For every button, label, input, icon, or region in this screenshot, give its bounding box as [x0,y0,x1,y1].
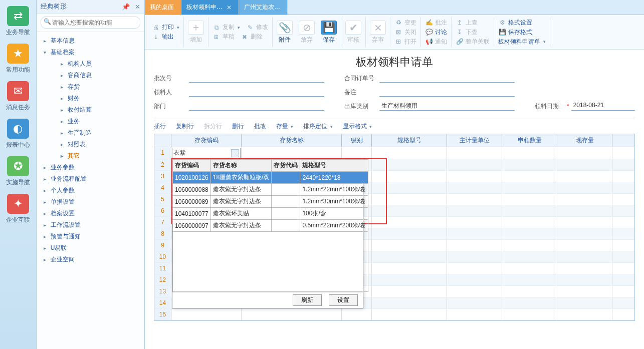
req-cell[interactable] [502,309,557,320]
copy-row-button[interactable]: 复制行 [176,122,194,131]
tree-child[interactable]: ▸业务 [43,116,142,127]
rail-item[interactable]: ✉消息任务 [3,81,33,112]
popup-col-name[interactable]: 存货名称 [210,160,272,172]
req-cell[interactable] [502,217,557,228]
tree-node[interactable]: ▸预警与通知 [43,231,142,242]
popup-settings-button[interactable]: 设置 [329,294,358,306]
tree-node[interactable]: ▸个人参数 [43,185,142,196]
locate-button[interactable]: 排序定位 ▾ [303,122,332,131]
rail-item[interactable]: ★常用功能 [3,44,33,74]
stock-cell[interactable] [557,274,612,285]
tree-node[interactable]: ▸U易联 [43,242,142,254]
lookup-icon[interactable]: ⋯ [231,149,239,157]
format-button[interactable]: ⚙格式设置 [498,19,546,27]
picker-field[interactable] [189,88,324,97]
tree-node[interactable]: ▸单据设置 [43,196,142,208]
notify-button[interactable]: 📢通知 [425,38,447,46]
popup-col-proxy[interactable]: 存货代码 [272,160,300,172]
code-cell[interactable] [171,309,242,320]
req-cell[interactable] [502,297,557,308]
contract-field[interactable] [379,74,515,83]
add-button[interactable]: ＋增加 [188,21,204,44]
stock-button[interactable]: 存量 ▾ [276,122,293,131]
unit-cell[interactable] [447,228,502,239]
level-cell[interactable] [342,147,372,159]
tree-child[interactable]: ▸财务 [43,93,142,104]
unit-cell[interactable] [447,263,502,274]
col-stock[interactable]: 现存量 [557,134,612,147]
col-unit[interactable]: 主计量单位 [447,134,502,147]
date-field[interactable]: 2018-08-21 [571,102,635,111]
annotate-button[interactable]: ✍批注 [425,19,447,27]
stock-cell[interactable] [557,147,612,159]
spec-cell[interactable] [372,194,447,205]
tab[interactable]: 广州艾迪农… [239,0,288,15]
stock-cell[interactable] [557,251,612,262]
level-cell[interactable] [342,309,372,320]
stock-cell[interactable] [557,217,612,228]
table-row[interactable]: 15 [154,309,634,320]
stock-cell[interactable] [557,228,612,239]
tree-node[interactable]: ▾基础档案 [43,47,142,58]
spec-cell[interactable] [372,171,447,182]
open-doc-button[interactable]: ⊞打开 [394,38,416,46]
spec-cell[interactable] [372,274,447,285]
spec-cell[interactable] [372,240,447,251]
pin-icon[interactable]: 📌 [122,3,130,11]
split-row-button[interactable]: 拆分行 [204,122,222,131]
revert-button[interactable]: ↧下查 [456,28,490,37]
rail-item[interactable]: ✪实施导航 [3,156,33,187]
save-button[interactable]: 💾保存 [321,21,337,44]
unit-cell[interactable] [447,286,502,297]
popup-refresh-button[interactable]: 刷新 [293,294,322,306]
unit-cell[interactable] [447,147,502,159]
draft-button[interactable]: 🗎草稿 [212,33,235,41]
tree-child[interactable]: ▸存货 [43,81,142,93]
tree-child[interactable]: ▸对照表 [43,139,142,150]
stock-cell[interactable] [557,194,612,205]
req-cell[interactable] [502,194,557,205]
req-cell[interactable] [502,159,557,170]
col-level[interactable]: 级别 [342,134,372,147]
output-button[interactable]: ⤓输出 [152,33,179,41]
tree-child[interactable]: ▸机构人员 [43,58,142,70]
popup-row[interactable]: 1060000089薰衣紫无字封边条1.2mm*30mm*100米/卷 [173,196,368,208]
col-req[interactable]: 申领数量 [502,134,557,147]
req-cell[interactable] [502,182,557,193]
stock-cell[interactable] [557,309,612,320]
spec-cell[interactable] [372,182,447,193]
print-button[interactable]: 🖨打印▾ [152,23,179,32]
audit-button[interactable]: ✔审核 [345,21,361,44]
modify-button[interactable]: ✎修改 [246,23,268,32]
stock-cell[interactable] [557,297,612,308]
unit-cell[interactable] [447,274,502,285]
stock-cell[interactable] [557,182,612,193]
submit-button[interactable]: ↥上查 [456,19,490,27]
stock-cell[interactable] [557,205,612,216]
insert-row-button[interactable]: 插行 [154,122,166,131]
req-cell[interactable] [502,286,557,297]
stock-cell[interactable] [557,159,612,170]
tree-child[interactable]: ▸生产制造 [43,127,142,139]
spec-cell[interactable] [372,147,447,159]
unit-cell[interactable] [447,194,502,205]
tab-close-icon[interactable]: ✕ [227,4,232,11]
unit-cell[interactable] [447,159,502,170]
rail-item[interactable]: ◐报表中心 [3,119,33,149]
tab[interactable]: 我的桌面 [145,0,181,15]
docname-select[interactable]: 板材领料申请单▾ [498,38,546,46]
popup-row[interactable]: 1060000088薰衣紫无字封边条1.2mm*22mm*100米/卷 [173,184,368,196]
popup-col-code[interactable]: 存货编码 [173,160,211,172]
spec-cell[interactable] [372,309,447,320]
unit-cell[interactable] [447,217,502,228]
popup-row[interactable]: 1040100077薰衣紫环美贴100张/盒 [173,208,368,220]
assoc-button[interactable]: 🔗整单关联 [456,38,490,46]
unit-cell[interactable] [447,205,502,216]
tree-child[interactable]: ▸其它 [43,150,142,162]
req-cell[interactable] [502,205,557,216]
discard-button[interactable]: ⊘放弃 [299,21,315,44]
req-cell[interactable] [502,147,557,159]
spec-cell[interactable] [372,217,447,228]
col-spec[interactable]: 规格型号 [372,134,447,147]
rail-item[interactable]: ⇄业务导航 [3,6,33,37]
